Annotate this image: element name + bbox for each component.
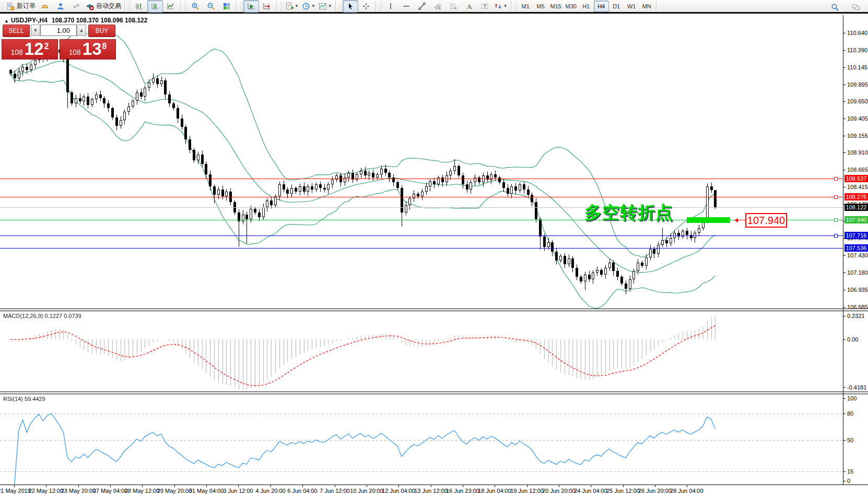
date-label: 3 Jun 12:00 — [223, 488, 253, 494]
toolbar-drag-handle[interactable] — [280, 2, 283, 11]
text-label-button[interactable]: T — [477, 0, 492, 13]
auto-scroll-button[interactable] — [243, 0, 259, 13]
candlestick-icon — [151, 2, 159, 10]
sell-button[interactable]: SELL — [3, 25, 30, 37]
sell-price-point: 2 — [44, 42, 49, 51]
hline-price-badge: 107.940 — [844, 216, 868, 223]
dropdown-arrow-icon[interactable]: ▼ — [503, 4, 508, 8]
rsi-label: RSI(14) 59.4429 — [3, 396, 45, 402]
dropdown-arrow-icon[interactable]: ▼ — [328, 4, 332, 8]
rsi-tick-label: 50 — [847, 437, 853, 443]
zoom-in-button[interactable] — [187, 0, 203, 13]
price-axis[interactable]: 110.640110.390110.145109.895109.650109.4… — [843, 15, 868, 485]
hline-handle-icon[interactable] — [834, 177, 838, 181]
price-chart-canvas[interactable] — [0, 15, 843, 309]
timeframe-m5-button[interactable]: M5 — [533, 1, 548, 12]
hline-108.276[interactable] — [0, 197, 843, 197]
timeframe-m1-button[interactable]: M1 — [518, 1, 533, 12]
date-label: 6 Jun 04:00 — [287, 488, 318, 494]
arrows-button[interactable]: ▼ — [492, 0, 509, 13]
hline-price-badge: 107.716 — [844, 232, 868, 239]
indicators-button[interactable]: ▼ — [284, 0, 300, 13]
volume-decrease-button[interactable]: ▼ — [31, 25, 40, 36]
chart-shift-button[interactable] — [259, 0, 275, 13]
axis-tick — [843, 152, 846, 153]
line-chart-button[interactable] — [163, 0, 179, 13]
periods-button[interactable]: ▼ — [300, 0, 317, 13]
toolbar-drag-handle[interactable] — [339, 2, 342, 11]
new-order-button[interactable]: 新订单 — [5, 0, 37, 13]
hline-handle-icon[interactable] — [834, 218, 838, 222]
date-label: 24 Jun 04:00 — [574, 488, 607, 494]
zoom-out-button[interactable] — [203, 0, 219, 13]
signals-button[interactable] — [68, 0, 84, 13]
mt4-terminal: 新订单自动交易▼▼▼EFAT▼M1M5M15M30H1H4D1W1MN ▲USD… — [0, 0, 868, 496]
toolbar-drag-handle[interactable] — [1, 2, 4, 11]
text-button[interactable]: A — [461, 0, 477, 13]
vertical-line-button[interactable] — [383, 0, 398, 13]
hline-107.716[interactable] — [0, 235, 843, 236]
fibonacci-button[interactable]: F — [445, 0, 461, 13]
timeframe-w1-button[interactable]: W1 — [624, 1, 639, 12]
buy-price-button[interactable]: 108 13 8 — [60, 39, 116, 60]
hline-108.537[interactable] — [0, 179, 843, 179]
toolbar-drag-handle[interactable] — [128, 2, 131, 11]
candlestick-button[interactable] — [147, 0, 163, 13]
toolbar-separator — [511, 1, 512, 11]
time-axis-tick — [14, 485, 15, 487]
horizontal-line-button[interactable] — [398, 0, 414, 13]
hline-handle-icon[interactable] — [834, 195, 838, 199]
arrows-icon — [494, 2, 502, 10]
buy-button[interactable]: BUY — [88, 25, 115, 37]
axis-tick — [843, 50, 846, 51]
toolbar-drag-handle[interactable] — [240, 2, 242, 11]
dropdown-arrow-icon[interactable]: ▼ — [311, 4, 315, 8]
chat-button[interactable] — [848, 1, 864, 14]
timeframe-h4-button[interactable]: H4 — [594, 1, 609, 12]
time-axis-tick — [302, 485, 303, 487]
svg-text:A: A — [467, 3, 472, 10]
tile-windows-button[interactable] — [219, 0, 234, 13]
timeframe-m30-button[interactable]: M30 — [564, 1, 579, 12]
axis-tick — [843, 339, 846, 340]
timeframe-h1-button[interactable]: H1 — [579, 1, 594, 12]
bar-chart-button[interactable] — [132, 0, 147, 13]
collapse-triangle-icon[interactable]: ▲ — [4, 18, 9, 23]
chart-text-annotation[interactable]: 多空转折点 — [584, 201, 673, 225]
macd-chart-canvas[interactable] — [0, 311, 843, 392]
autotrade-button[interactable]: 自动交易 — [84, 0, 123, 13]
toolbar-drag-handle[interactable] — [184, 2, 186, 11]
autotrade-label: 自动交易 — [96, 2, 121, 10]
date-label: 19 Jun 12:00 — [510, 488, 544, 494]
time-axis-tick — [142, 485, 143, 487]
time-axis-tick — [238, 485, 239, 487]
rsi-tick-label: 15 — [847, 468, 853, 475]
templates-button[interactable]: ▼ — [317, 0, 334, 13]
timeframe-d1-button[interactable]: D1 — [609, 1, 624, 12]
trendline-button[interactable] — [414, 0, 430, 13]
hline-handle-icon[interactable] — [834, 234, 838, 238]
search-button[interactable] — [827, 1, 843, 14]
toolbar-separator — [180, 1, 181, 11]
dropdown-arrow-icon[interactable]: ▼ — [295, 4, 299, 8]
toolbar-drag-handle[interactable] — [514, 2, 517, 11]
volume-increase-button[interactable]: ▲ — [77, 25, 86, 36]
time-axis[interactable]: 21 May 201922 May 12:0023 May 20:0027 Ma… — [0, 485, 868, 496]
price-tick-label: 110.640 — [847, 30, 867, 36]
gold-chart-button[interactable] — [37, 0, 53, 13]
volume-input[interactable] — [40, 25, 77, 36]
timeframe-mn-button[interactable]: MN — [639, 1, 654, 12]
crosshair-button[interactable] — [358, 0, 374, 13]
community-button[interactable] — [53, 0, 68, 13]
rsi-chart-canvas[interactable] — [0, 394, 843, 484]
hline-107.536[interactable] — [0, 248, 843, 249]
cursor-button[interactable] — [343, 0, 358, 13]
axis-tick — [843, 440, 846, 441]
timeframe-m15-button[interactable]: M15 — [548, 1, 564, 12]
pivot-zone-rectangle[interactable] — [687, 217, 730, 223]
toolbar-drag-handle[interactable] — [379, 2, 382, 11]
date-label: 31 May 04:00 — [189, 488, 224, 494]
equidistant-channel-button[interactable]: E — [430, 0, 445, 13]
sell-price-button[interactable]: 108 12 2 — [2, 39, 58, 60]
price-callout-label[interactable]: 107.940 — [745, 213, 787, 228]
